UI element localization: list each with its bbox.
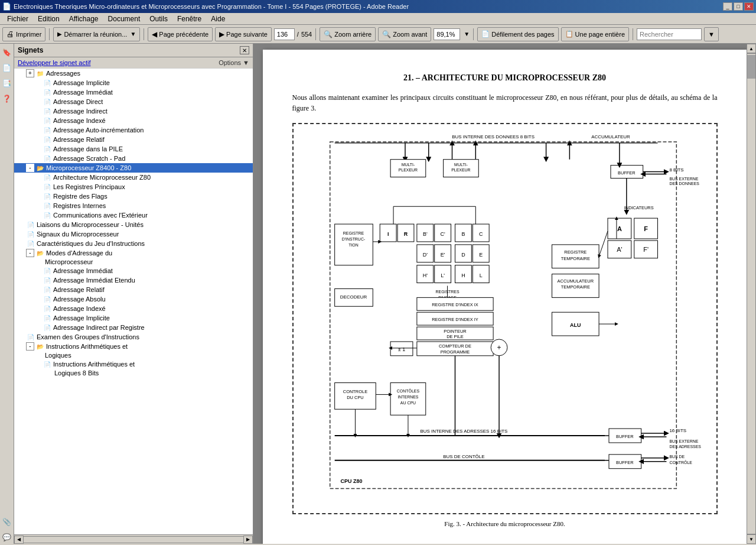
page-icon: 📄 — [43, 173, 52, 181]
tree-item-instructions-arith[interactable]: - 📂 Instructions Arithmétiques et — [14, 342, 253, 351]
tree-item-adressage-direct[interactable]: 📄 Adressage Direct — [14, 97, 253, 106]
sidebar-pages-icon[interactable]: 📄 — [1, 61, 14, 74]
tree-label: Adressage dans la PILE — [53, 145, 123, 153]
menu-outils[interactable]: Outils — [145, 14, 172, 24]
tree-item-modes-adressage[interactable]: - 📂 Modes d'Adressage du — [14, 248, 253, 258]
svg-text:F': F' — [643, 246, 649, 253]
close-button[interactable]: ✕ — [744, 2, 754, 11]
svg-text:POINTEUR: POINTEUR — [444, 329, 467, 334]
tree-item-adressage-implicite-1[interactable]: 📄 Adressage Implicite — [14, 78, 253, 87]
scroll-up-button[interactable]: ▲ — [747, 44, 756, 53]
svg-text:H: H — [461, 272, 465, 278]
tree-item-arch-z80[interactable]: 📄 Architecture Microprocesseur Z80 — [14, 173, 253, 182]
next-page-button[interactable]: ▶ Page suivante — [215, 27, 272, 41]
maximize-button[interactable]: □ — [734, 2, 743, 11]
tree-item-instr-arith-8bits-2[interactable]: Logiques 8 Bits — [14, 369, 253, 377]
tree-item-caracteristiques[interactable]: 📄 Caractéristiques du Jeu d'Instructions — [14, 239, 253, 248]
tree-item-examen-groupes[interactable]: 📄 Examen des Groupes d'Instructions — [14, 332, 253, 342]
menu-affichage[interactable]: Affichage — [64, 14, 103, 24]
svg-text:I: I — [387, 231, 388, 237]
tree-item-adressage-scratch[interactable]: 📄 Adressage Scratch - Pad — [14, 154, 253, 163]
sidebar-comment-icon[interactable]: 💬 — [1, 531, 14, 544]
tree-item-adressage-relatif-1[interactable]: 📄 Adressage Relatif — [14, 135, 253, 144]
sidebar-bookmark-icon[interactable]: 🔖 — [1, 46, 14, 59]
tree-item-addr-indexe[interactable]: 📄 Adressage Indexé — [14, 304, 253, 313]
body-text: Nous allons maintenant examiner les prin… — [292, 92, 718, 113]
dropdown-arrow-icon: ▼ — [130, 31, 136, 37]
scroll-pages-button[interactable]: 📄 Défilement des pages — [477, 27, 558, 41]
current-page-input[interactable] — [274, 28, 295, 40]
svg-text:DE PILE: DE PILE — [447, 334, 464, 339]
tree-item-adressages[interactable]: + 📁 Adressages — [14, 69, 253, 78]
menu-document[interactable]: Document — [103, 14, 145, 24]
prev-page-button[interactable]: ◀ Page précédente — [148, 27, 213, 41]
tree-item-addr-relatif[interactable]: 📄 Adressage Relatif — [14, 285, 253, 294]
sidebar-layers-icon[interactable]: 📑 — [1, 77, 14, 90]
tree-item-adressage-pile[interactable]: 📄 Adressage dans la PILE — [14, 144, 253, 154]
menu-edition[interactable]: Edition — [33, 14, 64, 24]
tree-item-addr-immediat-etendu[interactable]: 📄 Adressage Immédiat Etendu — [14, 275, 253, 285]
svg-text:ACCUMULATEUR: ACCUMULATEUR — [557, 278, 594, 284]
svg-text:BUS DE CONTÔLE: BUS DE CONTÔLE — [443, 454, 484, 459]
scroll-left-btn[interactable]: ◀ — [14, 536, 24, 544]
tree-item-modes-adressage-2[interactable]: Microprocesseur — [14, 258, 253, 266]
tree-item-liaisons[interactable]: 📄 Liaisons du Microprocesseur - Unités — [14, 220, 253, 229]
zoom-out-button[interactable]: 🔍 Zoom arrière — [320, 27, 376, 41]
whole-page-button[interactable]: 📋 Une page entière — [561, 27, 629, 41]
svg-text:PROGRAMME: PROGRAMME — [440, 349, 470, 355]
tree-item-adressage-indirect[interactable]: 📄 Adressage Indirect — [14, 106, 253, 116]
toggle-icon[interactable]: - — [26, 164, 34, 172]
tree-item-addr-immediat[interactable]: 📄 Adressage Immédiat — [14, 266, 253, 275]
menu-aide[interactable]: Aide — [206, 14, 230, 24]
folder-open-icon: 📂 — [35, 342, 45, 351]
scroll-track[interactable] — [747, 53, 756, 534]
folder-icon: 📁 — [35, 69, 45, 77]
right-scrollbar: ▲ ▼ — [747, 44, 756, 544]
sidebar-help-icon[interactable]: ❓ — [1, 92, 14, 105]
tree-item-reg-internes[interactable]: 📄 Registres Internes — [14, 201, 253, 210]
tree-item-addr-implicite[interactable]: 📄 Adressage Implicite — [14, 313, 253, 323]
svg-text:INDICATEURS: INDICATEURS — [624, 205, 653, 210]
page-icon: 📄 — [43, 79, 52, 87]
zoom-input[interactable] — [434, 28, 460, 40]
tree-label: Signaux du Microprocesseur — [37, 231, 119, 238]
tree-item-flags[interactable]: 📄 Registre des Flags — [14, 192, 253, 201]
options-button[interactable]: Options ▼ — [219, 59, 249, 66]
tree-item-addr-indirect-reg[interactable]: 📄 Adressage Indirect par Registre — [14, 323, 253, 332]
menu-fenetre[interactable]: Fenêtre — [172, 14, 206, 24]
svg-text:MULTI-: MULTI- — [401, 163, 415, 167]
menu-fichier[interactable]: Fichier — [2, 14, 33, 24]
toggle-icon[interactable]: - — [26, 342, 34, 351]
expand-bookmark-link[interactable]: Développer le signet actif — [18, 59, 91, 66]
minimize-button[interactable]: _ — [723, 2, 732, 11]
tree-item-adressage-indexe-1[interactable]: 📄 Adressage Indexé — [14, 116, 253, 125]
tree-item-instr-arith-8bits[interactable]: 📄 Instructions Arithmétiques et — [14, 359, 253, 369]
search-dropdown-button[interactable]: ▼ — [704, 27, 719, 41]
accumulateur-label: ACCUMULATEUR — [591, 134, 630, 140]
sidebar-close-button[interactable]: ✕ — [240, 46, 249, 54]
tree-item-z8400[interactable]: - 📂 Microprocesseur Z8400 - Z80 — [14, 163, 253, 173]
scroll-thumb[interactable] — [747, 55, 755, 79]
tree-item-communications[interactable]: 📄 Communications avec l'Extérieur — [14, 210, 253, 220]
sidebar-attach-icon[interactable]: 📎 — [1, 515, 14, 528]
search-dropdown-icon: ▼ — [708, 31, 715, 38]
tree-item-adressage-immediat-1[interactable]: 📄 Adressage Immédiat — [14, 87, 253, 97]
svg-text:DECODEUR: DECODEUR — [340, 294, 367, 300]
svg-text:+: + — [497, 343, 501, 352]
search-input[interactable] — [637, 28, 702, 40]
tree-item-registres[interactable]: 📄 Les Registres Principaux — [14, 182, 253, 192]
tree-label: Communications avec l'Extérieur — [53, 212, 148, 219]
tree-label: Adressage Auto-incrémentation — [53, 126, 144, 134]
prev-icon: ◀ — [152, 30, 157, 38]
tree-item-instructions-arith-2[interactable]: Logiques — [14, 351, 253, 359]
print-button[interactable]: 🖨 Imprimer — [2, 27, 45, 41]
toggle-icon[interactable]: + — [26, 69, 34, 77]
zoom-in-button[interactable]: 🔍 Zoom avant — [378, 27, 431, 41]
tree-item-adressage-auto[interactable]: 📄 Adressage Auto-incrémentation — [14, 125, 253, 135]
toggle-icon[interactable]: - — [26, 249, 34, 257]
scroll-right-btn[interactable]: ▶ — [243, 536, 253, 544]
scroll-down-button[interactable]: ▼ — [747, 534, 756, 544]
start-meeting-button[interactable]: ▶ Démarrer la réunion... ▼ — [53, 27, 140, 41]
tree-item-addr-absolu[interactable]: 📄 Adressage Absolu — [14, 294, 253, 304]
tree-item-signaux[interactable]: 📄 Signaux du Microprocesseur — [14, 229, 253, 239]
